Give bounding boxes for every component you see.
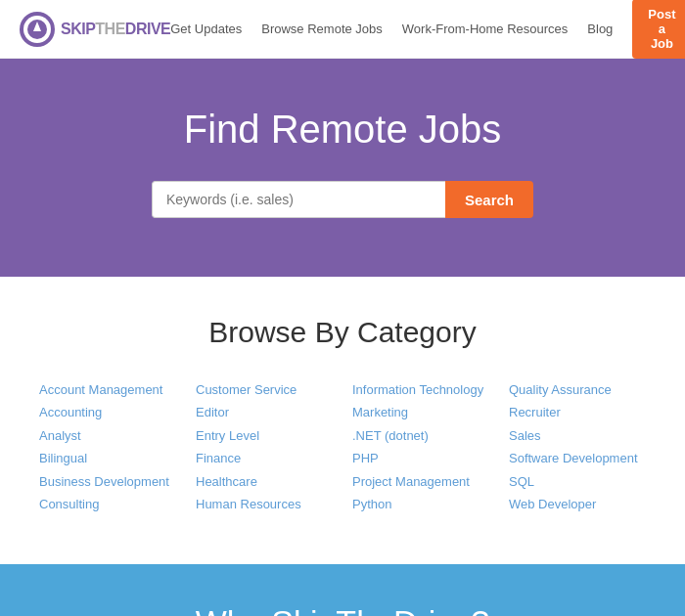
category-sales[interactable]: Sales: [509, 424, 646, 447]
category-human-resources[interactable]: Human Resources: [196, 493, 333, 515]
category-section: Browse By Category Account Management Ac…: [0, 277, 685, 564]
nav-work-from-home[interactable]: Work-From-Home Resources: [402, 22, 569, 36]
category-account-management[interactable]: Account Management: [39, 378, 176, 401]
post-job-button[interactable]: Post a Job: [632, 0, 685, 59]
category-software-development[interactable]: Software Development: [509, 447, 646, 469]
category-editor[interactable]: Editor: [196, 401, 333, 423]
logo-text: SKIPTHEDRIVE: [61, 21, 170, 38]
header: SKIPTHEDRIVE Get Updates Browse Remote J…: [0, 0, 685, 59]
category-customer-service[interactable]: Customer Service: [196, 378, 333, 401]
logo-icon: [20, 12, 55, 47]
category-dotnet[interactable]: .NET (dotnet): [352, 424, 489, 447]
category-column-2: Customer Service Editor Entry Level Fina…: [196, 378, 333, 515]
logo[interactable]: SKIPTHEDRIVE: [20, 12, 170, 47]
category-column-3: Information Technology Marketing .NET (d…: [352, 378, 489, 515]
category-finance[interactable]: Finance: [196, 447, 333, 469]
category-bilingual[interactable]: Bilingual: [39, 447, 176, 469]
category-column-1: Account Management Accounting Analyst Bi…: [39, 378, 176, 515]
hero-title: Find Remote Jobs: [20, 108, 665, 152]
category-web-developer[interactable]: Web Developer: [509, 493, 646, 515]
why-title: Why SkipTheDrive?: [20, 603, 665, 616]
category-marketing[interactable]: Marketing: [352, 401, 489, 423]
category-python[interactable]: Python: [352, 493, 489, 515]
category-business-development[interactable]: Business Development: [39, 470, 176, 493]
nav-blog[interactable]: Blog: [587, 22, 613, 36]
nav-get-updates[interactable]: Get Updates: [170, 22, 242, 36]
category-quality-assurance[interactable]: Quality Assurance: [509, 378, 646, 401]
search-bar: Search: [20, 181, 665, 218]
category-grid: Account Management Accounting Analyst Bi…: [39, 378, 646, 515]
category-column-4: Quality Assurance Recruiter Sales Softwa…: [509, 378, 646, 515]
category-information-technology[interactable]: Information Technology: [352, 378, 489, 401]
why-section: Why SkipTheDrive? SIMPLE SEARCH 🔍 GREAT …: [0, 564, 685, 616]
search-input[interactable]: [152, 181, 445, 218]
category-recruiter[interactable]: Recruiter: [509, 401, 646, 423]
category-title: Browse By Category: [39, 316, 646, 349]
category-project-management[interactable]: Project Management: [352, 470, 489, 493]
hero-section: Find Remote Jobs Search: [0, 59, 685, 277]
search-button[interactable]: Search: [445, 181, 533, 218]
category-php[interactable]: PHP: [352, 447, 489, 469]
category-accounting[interactable]: Accounting: [39, 401, 176, 423]
category-entry-level[interactable]: Entry Level: [196, 424, 333, 447]
nav-browse-remote-jobs[interactable]: Browse Remote Jobs: [261, 22, 383, 36]
category-healthcare[interactable]: Healthcare: [196, 470, 333, 493]
category-consulting[interactable]: Consulting: [39, 493, 176, 515]
main-nav: Get Updates Browse Remote Jobs Work-From…: [170, 0, 685, 59]
category-analyst[interactable]: Analyst: [39, 424, 176, 447]
category-sql[interactable]: SQL: [509, 470, 646, 493]
